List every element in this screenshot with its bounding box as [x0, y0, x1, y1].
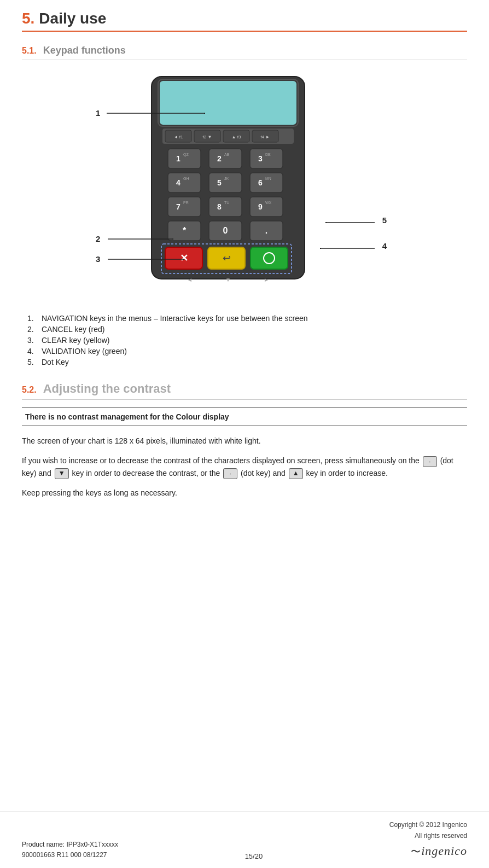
keypad-wrapper: ◄ f1 f2 ▼ ▲ f3 f4 ► 1 QZ 2 AB 3: [91, 71, 398, 301]
section-2-heading: 5.2. Adjusting the contrast: [22, 382, 467, 400]
svg-point-58: [172, 238, 173, 240]
callout-3: 3: [96, 254, 100, 264]
svg-rect-21: [168, 173, 201, 193]
footer-rights: All rights reserved: [389, 831, 467, 841]
list-item-text: Dot Key: [42, 358, 69, 366]
page-footer: Product name: IPP3x0-X1Txxxxx 900001663 …: [0, 812, 489, 868]
svg-text:▼: ▼: [225, 277, 231, 283]
svg-text:GH: GH: [183, 177, 189, 180]
svg-text:◄ f1: ◄ f1: [174, 135, 183, 139]
warning-box: There is no contrast management for the …: [22, 407, 467, 426]
svg-rect-1: [160, 81, 296, 125]
ingenico-logo: ingenico: [389, 841, 467, 860]
keypad-figure: ◄ f1 f2 ▼ ▲ f3 f4 ► 1 QZ 2 AB 3: [22, 71, 467, 301]
svg-text:QZ: QZ: [183, 153, 189, 157]
contrast-section: 5.2. Adjusting the contrast There is no …: [22, 382, 467, 499]
list-item-text: VALIDATION key (green): [42, 347, 127, 356]
list-item-num: 4.: [27, 347, 38, 356]
svg-text:◄: ◄: [187, 277, 193, 283]
svg-point-56: [204, 113, 205, 114]
page-title: 5.Daily use: [22, 10, 467, 27]
body2-part1: If you wish to increase or to decrease t…: [22, 456, 420, 465]
svg-text:0: 0: [223, 226, 228, 235]
body-text-1: The screen of your chart is 128 x 64 pix…: [22, 435, 467, 447]
svg-text:6: 6: [258, 178, 263, 187]
body2-part8: key in order to increase.: [306, 469, 388, 477]
svg-text:f2 ▼: f2 ▼: [203, 135, 212, 139]
svg-text:AB: AB: [224, 153, 230, 156]
svg-text:7: 7: [176, 202, 181, 211]
callout-1: 1: [96, 108, 100, 118]
dot-key-icon-2: ·: [223, 468, 237, 479]
svg-rect-12: [168, 149, 201, 168]
body-text-3: Keep pressing the keys as long as necess…: [22, 487, 467, 499]
svg-text:*: *: [183, 226, 187, 235]
svg-rect-33: [209, 197, 242, 217]
svg-rect-30: [168, 197, 201, 217]
body-text-2: If you wish to increase or to decrease t…: [22, 455, 467, 479]
svg-text:JK: JK: [224, 177, 229, 180]
svg-text:5: 5: [217, 178, 222, 187]
chapter-num: 5.: [22, 10, 34, 27]
list-item-text: CANCEL key (red): [42, 325, 104, 334]
dot-key-icon-1: ·: [423, 456, 437, 467]
list-item: 1. NAVIGATION keys in the menus – Intera…: [27, 314, 467, 323]
warning-text: There is no contrast management for the …: [25, 412, 229, 421]
arrow-up-icon: ▲: [289, 468, 303, 479]
list-item: 3. CLEAR key (yellow): [27, 336, 467, 345]
svg-text:PR: PR: [183, 201, 189, 205]
svg-text:►: ►: [264, 277, 269, 283]
arrow-down-icon: ▼: [55, 468, 69, 479]
list-item: 5. Dot Key: [27, 358, 467, 366]
svg-text:MN: MN: [265, 177, 271, 180]
footer-page-num: 15/20: [245, 852, 263, 860]
svg-text:✕: ✕: [180, 253, 188, 264]
list-item-num: 2.: [27, 325, 38, 334]
product-code: 900001663 R11 000 08/1227: [22, 850, 118, 860]
list-item-text: CLEAR key (yellow): [42, 336, 109, 345]
list-item: 4. VALIDATION key (green): [27, 347, 467, 356]
footer-copyright: Copyright © 2012 Ingenico: [389, 820, 467, 830]
section-2-title: Adjusting the contrast: [43, 382, 171, 396]
svg-text:1: 1: [176, 154, 181, 163]
svg-point-60: [183, 259, 184, 260]
body2-part6: (dot key) and: [241, 469, 288, 477]
chapter-title: Daily use: [39, 10, 106, 27]
svg-text:3: 3: [258, 154, 263, 163]
section-1-heading: 5.1. Keypad functions: [22, 45, 467, 60]
list-item-num: 3.: [27, 336, 38, 345]
svg-text:▲ f3: ▲ f3: [232, 135, 241, 139]
section-1-num: 5.1.: [22, 46, 37, 56]
svg-text:8: 8: [217, 202, 222, 211]
svg-text:f4 ►: f4 ►: [261, 135, 270, 139]
svg-text:.: .: [265, 226, 267, 235]
keypad-device-svg: ◄ f1 f2 ▼ ▲ f3 f4 ► 1 QZ 2 AB 3: [146, 71, 310, 284]
callout-2: 2: [96, 234, 100, 243]
svg-rect-49: [251, 247, 288, 269]
svg-rect-36: [250, 197, 283, 217]
footer-left: Product name: IPP3x0-X1Txxxxx 900001663 …: [22, 840, 118, 860]
footer-right: Copyright © 2012 Ingenico All rights res…: [389, 820, 467, 860]
svg-text:DE: DE: [265, 153, 271, 156]
svg-text:2: 2: [217, 154, 222, 163]
section-1-title: Keypad functions: [43, 45, 126, 56]
svg-text:9: 9: [258, 202, 263, 211]
page-container: 5.Daily use 5.1. Keypad functions ◄ f1: [0, 0, 489, 868]
svg-text:↩: ↩: [223, 253, 231, 264]
section-2-num: 5.2.: [22, 385, 37, 395]
list-item: 2. CANCEL key (red): [27, 325, 467, 334]
page-header: 5.Daily use: [22, 0, 467, 32]
body2-part4: key in order to decrease the contrast, o…: [72, 469, 222, 477]
svg-rect-15: [209, 149, 242, 168]
list-item-num: 1.: [27, 314, 38, 323]
key-list: 1. NAVIGATION keys in the menus – Intera…: [22, 314, 467, 366]
list-item-num: 5.: [27, 358, 38, 366]
list-item-text: NAVIGATION keys in the menus – Interacti…: [42, 314, 308, 323]
svg-rect-27: [250, 173, 283, 193]
svg-text:TU: TU: [224, 201, 229, 205]
svg-text:4: 4: [176, 178, 181, 187]
svg-text:WX: WX: [265, 201, 272, 205]
svg-rect-24: [209, 173, 242, 193]
product-name: Product name: IPP3x0-X1Txxxxx: [22, 840, 118, 850]
svg-rect-18: [250, 149, 283, 168]
